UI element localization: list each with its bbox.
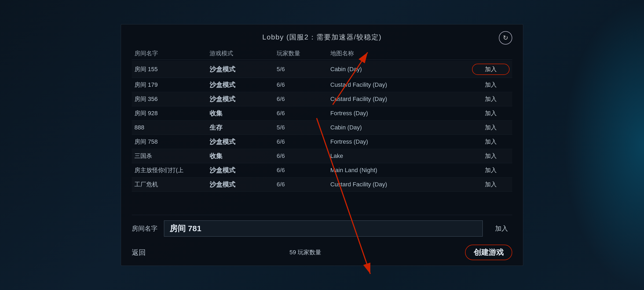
cell-game-mode: 收集 <box>210 109 277 118</box>
table-row: 三国杀 收集 6/6 Lake 加入 <box>132 149 512 163</box>
join-button-1[interactable]: 加入 <box>472 81 510 89</box>
cell-room-name: 房间 758 <box>134 138 210 146</box>
lobby-panel: Lobby (国服2：需要加速器/较稳定) ↻ 房间名字 游戏模式 玩家数量 地… <box>121 24 523 266</box>
cell-game-mode: 沙盒模式 <box>210 65 277 74</box>
cell-game-mode: 沙盒模式 <box>210 180 277 189</box>
cell-map-name: Custard Facility (Day) <box>330 96 472 103</box>
cell-game-mode: 收集 <box>210 152 277 160</box>
cell-player-count: 5/6 <box>277 124 330 131</box>
table-row: 888 生存 5/6 Cabin (Day) 加入 <box>132 121 512 135</box>
table-row: 房间 356 沙盒模式 6/6 Custard Facility (Day) 加… <box>132 92 512 106</box>
cell-room-name: 房间 179 <box>134 81 210 89</box>
cell-map-name: Cabin (Day) <box>330 66 472 73</box>
cell-player-count: 6/6 <box>277 110 330 117</box>
cell-map-name: Custard Facility (Day) <box>330 181 472 188</box>
cell-map-name: Cabin (Day) <box>330 124 472 131</box>
col-map-name: 地图名称 <box>330 49 472 57</box>
room-list: 房间 155 沙盒模式 5/6 Cabin (Day) 加入 房间 179 沙盒… <box>132 61 512 209</box>
cell-game-mode: 沙盒模式 <box>210 166 277 175</box>
cell-map-name: Fortress (Day) <box>330 138 472 145</box>
refresh-button[interactable]: ↻ <box>499 31 512 45</box>
cell-player-count: 5/6 <box>277 66 330 73</box>
footer-row: 返回 59 玩家数量 创建游戏 <box>132 242 512 260</box>
player-total: 59 玩家数量 <box>290 248 321 256</box>
join-button-4[interactable]: 加入 <box>472 124 510 132</box>
cell-player-count: 6/6 <box>277 96 330 103</box>
col-player-count: 玩家数量 <box>277 49 330 57</box>
col-action <box>472 49 510 57</box>
cell-map-name: Main Land (Night) <box>330 167 472 174</box>
bottom-section: 房间名字 加入 返回 59 玩家数量 创建游戏 <box>132 215 512 260</box>
col-room-name: 房间名字 <box>134 49 210 57</box>
cell-player-count: 6/6 <box>277 138 330 145</box>
cell-game-mode: 沙盒模式 <box>210 95 277 103</box>
col-game-mode: 游戏模式 <box>210 49 277 57</box>
join-button-8[interactable]: 加入 <box>472 180 510 189</box>
cell-game-mode: 沙盒模式 <box>210 81 277 89</box>
cell-room-name: 房间 928 <box>134 109 210 117</box>
cell-room-name: 三国杀 <box>134 152 210 160</box>
cell-room-name: 888 <box>134 124 210 131</box>
cell-game-mode: 沙盒模式 <box>210 137 277 146</box>
cell-player-count: 6/6 <box>277 153 330 160</box>
cell-player-count: 6/6 <box>277 81 330 88</box>
join-button-5[interactable]: 加入 <box>472 138 510 146</box>
cell-game-mode: 生存 <box>210 123 277 132</box>
lobby-title: Lobby (国服2：需要加速器/较稳定) <box>262 32 382 42</box>
join-button-7[interactable]: 加入 <box>472 166 510 174</box>
cell-map-name: Fortress (Day) <box>330 110 472 117</box>
cell-map-name: Lake <box>330 153 472 160</box>
table-header: 房间名字 游戏模式 玩家数量 地图名称 <box>132 47 512 60</box>
join-button-0[interactable]: 加入 <box>472 64 510 75</box>
cell-player-count: 6/6 <box>277 167 330 174</box>
cell-room-name: 工厂危机 <box>134 180 210 189</box>
table-row: 房间 758 沙盒模式 6/6 Fortress (Day) 加入 <box>132 135 512 149</box>
cell-room-name: 房主放怪你们打(上 <box>134 166 210 174</box>
table-row: 房主放怪你们打(上 沙盒模式 6/6 Main Land (Night) 加入 <box>132 163 512 177</box>
room-input-row: 房间名字 加入 <box>132 220 512 237</box>
title-row: Lobby (国服2：需要加速器/较稳定) ↻ <box>132 30 512 47</box>
join-button-2[interactable]: 加入 <box>472 95 510 103</box>
bg-glow <box>564 0 644 290</box>
join-button-3[interactable]: 加入 <box>472 109 510 117</box>
cell-player-count: 6/6 <box>277 181 330 188</box>
refresh-icon: ↻ <box>503 34 508 42</box>
table-row: 房间 928 收集 6/6 Fortress (Day) 加入 <box>132 106 512 121</box>
create-game-button[interactable]: 创建游戏 <box>465 245 512 260</box>
table-row: 房间 179 沙盒模式 6/6 Custard Facility (Day) 加… <box>132 78 512 92</box>
back-button[interactable]: 返回 <box>132 248 146 257</box>
cell-room-name: 房间 155 <box>134 65 210 73</box>
room-input-label: 房间名字 <box>132 224 159 233</box>
cell-room-name: 房间 356 <box>134 95 210 103</box>
room-name-input[interactable] <box>164 220 483 237</box>
cell-map-name: Custard Facility (Day) <box>330 81 472 88</box>
join-button-6[interactable]: 加入 <box>472 152 510 160</box>
table-row: 房间 155 沙盒模式 5/6 Cabin (Day) 加入 <box>132 61 512 78</box>
room-join-button[interactable]: 加入 <box>491 224 512 233</box>
table-row: 工厂危机 沙盒模式 6/6 Custard Facility (Day) 加入 <box>132 177 512 192</box>
